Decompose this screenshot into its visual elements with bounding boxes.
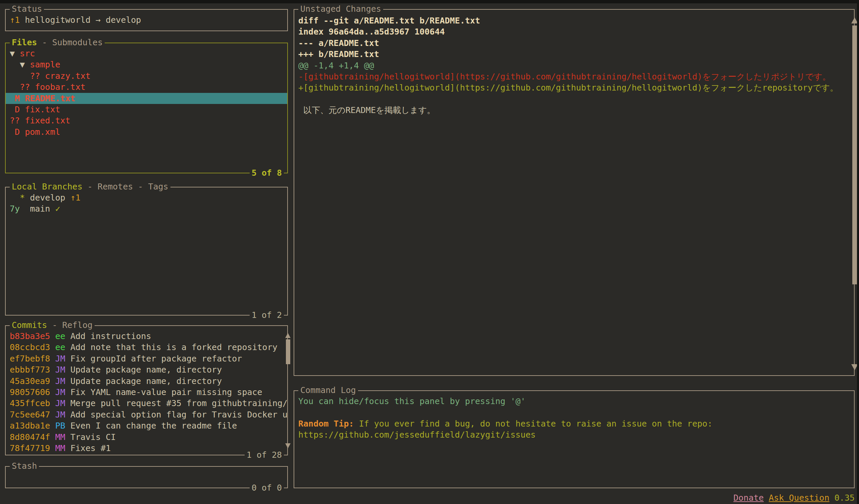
commit-entry[interactable]: a13dba1e PB Even I can change the readme… bbox=[6, 420, 287, 431]
text-segment: JM bbox=[50, 387, 70, 397]
diff-line[interactable]: --- a/README.txt bbox=[294, 37, 854, 49]
text-segment: ↑1 bbox=[10, 15, 25, 25]
text-segment: ?? crazy.txt bbox=[10, 71, 91, 81]
diff-line[interactable] bbox=[294, 94, 854, 105]
text-segment: Fixes #1 bbox=[71, 443, 111, 453]
text-segment: 以下、元のREADMEを掲載します。 bbox=[298, 105, 435, 115]
text-segment: hellogitworld → develop bbox=[25, 15, 141, 25]
commit-entry[interactable]: 08ccbcd3 ee Add note that this is a fork… bbox=[6, 342, 287, 353]
branch-entry[interactable]: 7y main ✓ bbox=[6, 203, 287, 214]
stash-panel[interactable]: Stash 0 of 0 bbox=[5, 466, 288, 488]
text-segment: README.txt bbox=[20, 94, 75, 103]
text-segment: ?? fixed.txt bbox=[10, 116, 71, 125]
diff-line[interactable]: diff --git a/README.txt b/README.txt bbox=[294, 15, 854, 26]
text-segment: Update package name, directory bbox=[71, 376, 222, 386]
text-segment: ↑1 bbox=[71, 193, 80, 203]
diff-line[interactable]: +++ b/README.txt bbox=[294, 49, 854, 60]
file-entry[interactable]: ?? crazy.txt bbox=[6, 70, 287, 81]
text-segment: Add instructions bbox=[71, 331, 151, 341]
commit-entry[interactable]: 98057606 JM Fix YAML name-value pair mis… bbox=[6, 387, 287, 398]
diff-view: diff --git a/README.txt b/README.txtinde… bbox=[294, 10, 854, 375]
text-segment: MM bbox=[50, 443, 70, 453]
text-segment: 98057606 bbox=[10, 387, 50, 397]
files-list: ▼ src ▼ sample ?? crazy.txt ?? foobar.tx… bbox=[6, 43, 287, 173]
text-segment: 0 of 0 bbox=[252, 483, 282, 493]
commits-scrollbar-thumb[interactable] bbox=[286, 340, 290, 364]
diff-line[interactable]: @@ -1,4 +1,4 @@ bbox=[294, 60, 854, 71]
branch-entry[interactable]: * develop ↑1 bbox=[6, 192, 287, 203]
text-segment[interactable]: Ask Question bbox=[769, 493, 829, 503]
file-entry[interactable]: D pom.xml bbox=[6, 126, 287, 138]
text-segment: ef7bebf8 bbox=[10, 354, 50, 363]
text-segment: ✓ bbox=[55, 204, 60, 214]
file-entry[interactable]: ?? foobar.txt bbox=[6, 81, 287, 93]
text-segment: 8d80474f bbox=[10, 432, 50, 442]
file-entry[interactable]: D fix.txt bbox=[6, 104, 287, 115]
text-segment bbox=[764, 493, 769, 503]
text-segment: * bbox=[20, 193, 30, 203]
text-segment: @@ -1,4 +1,4 @@ bbox=[298, 61, 374, 70]
text-segment: index 96a64da..a5d3967 100644 bbox=[298, 27, 445, 36]
text-segment: 1 of 2 bbox=[252, 310, 282, 320]
commit-entry[interactable]: 435ffceb JM Merge pull request #35 from … bbox=[6, 398, 287, 409]
text-segment: ▼ bbox=[10, 49, 20, 58]
commit-entry[interactable]: ebbbf773 JM Update package name, directo… bbox=[6, 364, 287, 375]
text-segment: ee bbox=[50, 342, 70, 352]
files-count-badge: 5 of 8 bbox=[250, 167, 284, 178]
diff-line[interactable]: -[githubtraining/hellogitworld](https://… bbox=[294, 71, 854, 82]
unstaged-changes-panel[interactable]: Unstaged Changes diff --git a/README.txt… bbox=[293, 9, 855, 376]
text-segment: diff --git a/README.txt b/README.txt bbox=[298, 16, 480, 26]
text-segment: 7c5ee647 bbox=[10, 410, 50, 420]
text-segment: JM bbox=[50, 376, 70, 386]
diff-line[interactable]: index 96a64da..a5d3967 100644 bbox=[294, 26, 854, 37]
command-log-panel[interactable]: Command Log You can hide/focus this pane… bbox=[293, 390, 855, 488]
text-segment: MM bbox=[50, 432, 70, 442]
commit-entry[interactable]: ef7bebf8 JM Fix groupId after package re… bbox=[6, 353, 287, 364]
branches-count-badge: 1 of 2 bbox=[250, 310, 284, 320]
status-panel[interactable]: Status ↑1 hellogitworld → develop bbox=[5, 9, 288, 31]
footer-links[interactable]: Donate Ask Question 0.35 bbox=[734, 492, 855, 504]
diff-scrollbar-thumb[interactable] bbox=[852, 26, 857, 284]
text-segment: sample bbox=[30, 60, 60, 69]
file-entry[interactable]: ?? fixed.txt bbox=[6, 115, 287, 126]
text-segment: If you ever find a bug, do not hesitate … bbox=[359, 419, 713, 428]
text-segment: 1 of 28 bbox=[247, 450, 282, 460]
commit-entry[interactable]: b83ba3e5 ee Add instructions bbox=[6, 331, 287, 342]
diff-line[interactable]: +[githubtraining/hellogitworld](https://… bbox=[294, 82, 854, 93]
text-segment: D fix.txt bbox=[10, 105, 60, 114]
text-segment: --- a/README.txt bbox=[298, 38, 379, 48]
text-segment: a13dba1e bbox=[10, 421, 50, 430]
status-line: ↑1 hellogitworld → develop bbox=[6, 14, 287, 26]
text-segment: ▼ bbox=[10, 60, 30, 69]
file-entry[interactable]: ▼ sample bbox=[6, 59, 287, 70]
diff-line[interactable]: 以下、元のREADMEを掲載します。 bbox=[294, 105, 854, 116]
text-segment[interactable]: Donate bbox=[734, 493, 764, 503]
text-segment: Random Tip: bbox=[298, 419, 359, 428]
commit-entry[interactable]: 7c5ee647 JM Add special option flag for … bbox=[6, 409, 287, 420]
file-entry[interactable]: M README.txt bbox=[6, 93, 287, 104]
branches-panel[interactable]: Local Branches - Remotes - Tags * develo… bbox=[5, 187, 288, 316]
text-segment: https://github.com/jesseduffield/lazygit… bbox=[298, 430, 536, 440]
files-panel[interactable]: Files - Submodules ▼ src ▼ sample ?? cra… bbox=[5, 43, 288, 173]
text-segment: You can hide/focus this panel by pressin… bbox=[298, 396, 526, 406]
commits-panel[interactable]: Commits - Reflog b83ba3e5 ee Add instruc… bbox=[5, 325, 288, 455]
text-segment: ?? foobar.txt bbox=[10, 82, 86, 92]
text-segment: Add note that this is a forked repositor… bbox=[71, 342, 277, 352]
text-segment: +[githubtraining/hellogitworld](https://… bbox=[298, 83, 838, 93]
text-segment: JM bbox=[50, 398, 70, 408]
text-segment: ee bbox=[50, 331, 70, 341]
commits-scroll-up-icon[interactable] bbox=[285, 333, 290, 338]
commit-entry[interactable]: 45a30ea9 JM Update package name, directo… bbox=[6, 376, 287, 387]
text-segment: main bbox=[20, 204, 55, 214]
commits-scroll-down-icon[interactable] bbox=[285, 443, 290, 448]
stash-list bbox=[6, 467, 287, 488]
text-segment: JM bbox=[50, 354, 70, 363]
text-segment: Even I can change the readme file bbox=[71, 421, 237, 430]
file-entry[interactable]: ▼ src bbox=[6, 48, 287, 59]
terminal-right-margin bbox=[857, 0, 859, 504]
status-panel-content: ↑1 hellogitworld → develop bbox=[6, 10, 287, 31]
commit-entry[interactable]: 8d80474f MM Travis CI bbox=[6, 431, 287, 443]
text-segment: -[githubtraining/hellogitworld](https://… bbox=[298, 72, 831, 81]
command-log-content: You can hide/focus this panel by pressin… bbox=[294, 391, 854, 488]
text-segment: 45a30ea9 bbox=[10, 376, 50, 386]
